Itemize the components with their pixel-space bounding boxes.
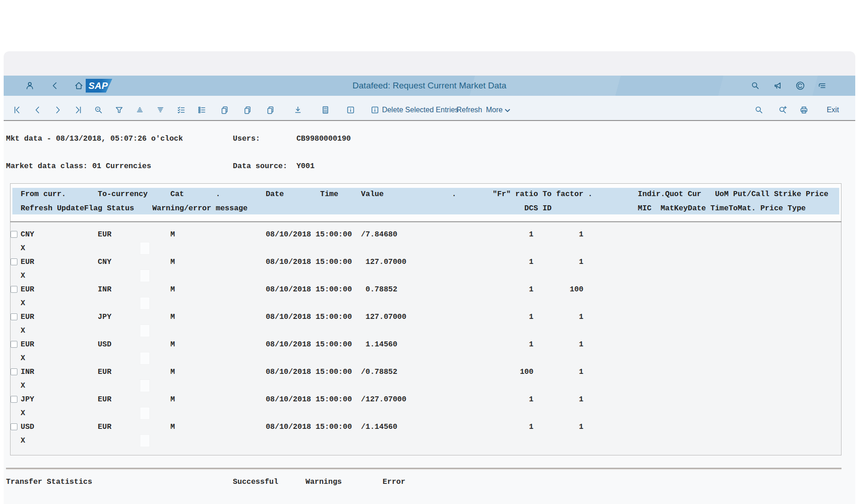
row-checkbox[interactable]	[11, 423, 17, 430]
row-checkbox[interactable]	[11, 258, 17, 265]
table-rows-background	[11, 222, 841, 455]
calculator-icon[interactable]	[320, 105, 330, 115]
menu-icon[interactable]	[817, 81, 827, 91]
status-cell	[140, 269, 150, 282]
more-button[interactable]: More	[486, 106, 510, 114]
row-refresh-flag-line: X	[21, 436, 25, 445]
list-view-icon[interactable]	[197, 105, 207, 115]
status-cell	[140, 297, 150, 310]
market-data-timestamp-line: Mkt data - 08/13/2018, 05:07:26 o'clock …	[6, 134, 351, 143]
row-checkbox[interactable]	[11, 341, 17, 348]
row-refresh-flag-line: X	[21, 299, 25, 308]
search-icon[interactable]	[754, 105, 764, 115]
row-values-line: JPY EUR M 08/10/2018 15:00:00 /127.07000…	[21, 395, 583, 404]
delete-selected-entries-button[interactable]: Delete Selected Entries	[382, 106, 458, 114]
row-refresh-flag-line: X	[21, 271, 25, 280]
row-refresh-flag-line: X	[21, 354, 25, 363]
status-cell	[140, 434, 150, 447]
status-cell	[140, 352, 150, 365]
next-page-icon[interactable]	[53, 105, 63, 115]
status-cell	[140, 407, 150, 420]
first-page-icon[interactable]	[12, 105, 22, 115]
select-all-icon[interactable]	[176, 105, 186, 115]
status-cell	[140, 324, 150, 337]
search-plus-icon[interactable]	[778, 105, 788, 115]
status-cell	[140, 379, 150, 392]
row-checkbox[interactable]	[11, 313, 17, 320]
row-checkbox[interactable]	[11, 396, 17, 403]
row-checkbox[interactable]	[11, 286, 17, 293]
row-values-line: INR EUR M 08/10/2018 15:00:00 /0.78852 1…	[21, 367, 583, 377]
chevron-down-icon	[505, 106, 511, 114]
window-chrome-strip	[4, 51, 855, 76]
download-icon[interactable]	[293, 105, 303, 115]
back-icon[interactable]	[50, 81, 60, 91]
more-button-label: More	[486, 106, 502, 114]
sort-descending-icon[interactable]	[155, 105, 165, 115]
page-title: Datafeed: Request Current Market Data	[4, 76, 855, 96]
table-header-row-1: From curr. To-currency Cat . Date Time V…	[21, 190, 829, 199]
previous-page-icon[interactable]	[33, 105, 43, 115]
home-icon[interactable]	[74, 81, 84, 91]
person-icon[interactable]	[25, 81, 35, 91]
print-icon[interactable]	[799, 105, 809, 115]
sort-ascending-icon[interactable]	[135, 105, 145, 115]
row-values-line: USD EUR M 08/10/2018 15:00:00 /1.14560 1…	[21, 422, 583, 432]
row-refresh-flag-line: X	[21, 409, 25, 418]
row-values-line: EUR JPY M 08/10/2018 15:00:00 127.07000 …	[21, 312, 583, 322]
find-icon[interactable]	[94, 105, 104, 115]
row-refresh-flag-line: X	[21, 326, 25, 335]
info-icon[interactable]	[346, 105, 356, 115]
row-values-line: EUR CNY M 08/10/2018 15:00:00 127.07000 …	[21, 257, 583, 267]
search-icon[interactable]	[750, 81, 760, 91]
row-refresh-flag-line: X	[21, 381, 25, 390]
status-cell	[140, 242, 150, 255]
row-values-line: EUR INR M 08/10/2018 15:00:00 0.78852 1 …	[21, 285, 583, 294]
copy-2-icon[interactable]	[242, 105, 253, 115]
megaphone-icon[interactable]	[773, 81, 783, 91]
header-separator-line	[10, 221, 842, 222]
transfer-statistics-line: Transfer Statistics Successful Warnings …	[6, 477, 405, 487]
row-values-line: CNY EUR M 08/10/2018 15:00:00 /7.84680 1…	[21, 230, 583, 239]
last-page-icon[interactable]	[73, 105, 83, 115]
info-2-icon[interactable]	[370, 105, 380, 115]
row-checkbox[interactable]	[11, 231, 17, 238]
exit-button[interactable]: Exit	[827, 106, 839, 114]
copy-3-icon[interactable]	[265, 105, 275, 115]
copy-icon[interactable]	[220, 105, 230, 115]
row-checkbox[interactable]	[11, 368, 17, 375]
table-header-row-2: Refresh UpdateFlag Status Warning/error …	[21, 204, 806, 213]
row-refresh-flag-line: X	[21, 244, 25, 253]
statistics-separator-shadow	[6, 469, 842, 470]
market-data-class-line: Market data class: 01 Currencies Data so…	[6, 162, 314, 171]
filter-icon[interactable]	[114, 105, 124, 115]
sap-gui-window: Datafeed: Request Current Market Data SA…	[0, 0, 858, 504]
refresh-button[interactable]: Refresh	[456, 106, 482, 114]
row-values-line: EUR USD M 08/10/2018 15:00:00 1.14560 1 …	[21, 340, 583, 349]
copyright-icon[interactable]	[795, 81, 805, 91]
